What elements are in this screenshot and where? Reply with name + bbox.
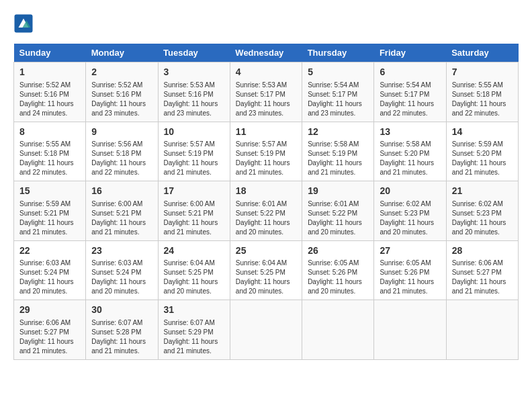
day-cell: 21Sunrise: 6:02 AM Sunset: 5:23 PM Dayli… <box>446 181 518 241</box>
page-header <box>13 13 519 34</box>
day-info: Sunrise: 6:04 AM Sunset: 5:25 PM Dayligh… <box>236 259 296 296</box>
day-number: 26 <box>308 244 368 258</box>
week-row-4: 22Sunrise: 6:03 AM Sunset: 5:24 PM Dayli… <box>14 240 519 300</box>
day-header-monday: Monday <box>86 44 158 62</box>
day-number: 12 <box>308 126 368 139</box>
day-header-thursday: Thursday <box>302 44 374 62</box>
day-info: Sunrise: 6:05 AM Sunset: 5:26 PM Dayligh… <box>308 259 368 296</box>
week-row-5: 29Sunrise: 6:06 AM Sunset: 5:27 PM Dayli… <box>14 300 519 360</box>
day-info: Sunrise: 5:53 AM Sunset: 5:17 PM Dayligh… <box>236 81 296 118</box>
day-cell: 2Sunrise: 5:52 AM Sunset: 5:16 PM Daylig… <box>86 62 158 122</box>
day-info: Sunrise: 6:02 AM Sunset: 5:23 PM Dayligh… <box>380 199 440 237</box>
day-number: 18 <box>236 185 296 198</box>
day-info: Sunrise: 6:01 AM Sunset: 5:22 PM Dayligh… <box>236 199 296 237</box>
day-header-tuesday: Tuesday <box>158 44 230 62</box>
day-number: 23 <box>91 244 152 258</box>
day-cell <box>302 300 374 360</box>
day-cell: 16Sunrise: 6:00 AM Sunset: 5:21 PM Dayli… <box>86 181 158 241</box>
day-cell: 14Sunrise: 5:59 AM Sunset: 5:20 PM Dayli… <box>446 122 518 181</box>
day-cell: 5Sunrise: 5:54 AM Sunset: 5:17 PM Daylig… <box>302 62 374 122</box>
day-info: Sunrise: 6:04 AM Sunset: 5:25 PM Dayligh… <box>164 259 224 296</box>
day-cell: 17Sunrise: 6:00 AM Sunset: 5:21 PM Dayli… <box>158 181 230 241</box>
day-cell: 22Sunrise: 6:03 AM Sunset: 5:24 PM Dayli… <box>14 240 86 300</box>
calendar-table: SundayMondayTuesdayWednesdayThursdayFrid… <box>13 44 519 360</box>
logo <box>13 13 36 34</box>
day-number: 25 <box>236 244 296 258</box>
day-number: 2 <box>91 66 152 79</box>
day-info: Sunrise: 5:56 AM Sunset: 5:18 PM Dayligh… <box>91 140 152 177</box>
day-number: 1 <box>19 66 80 79</box>
header-row: SundayMondayTuesdayWednesdayThursdayFrid… <box>14 44 519 62</box>
day-info: Sunrise: 5:52 AM Sunset: 5:16 PM Dayligh… <box>19 81 80 118</box>
day-cell <box>230 300 302 360</box>
day-info: Sunrise: 5:59 AM Sunset: 5:21 PM Dayligh… <box>19 199 80 237</box>
day-number: 31 <box>164 304 224 317</box>
day-cell: 29Sunrise: 6:06 AM Sunset: 5:27 PM Dayli… <box>14 300 86 360</box>
day-number: 5 <box>308 66 368 79</box>
day-number: 19 <box>308 185 368 198</box>
day-cell: 13Sunrise: 5:58 AM Sunset: 5:20 PM Dayli… <box>374 122 446 181</box>
day-cell: 20Sunrise: 6:02 AM Sunset: 5:23 PM Dayli… <box>374 181 446 241</box>
day-number: 21 <box>452 185 513 198</box>
day-cell: 10Sunrise: 5:57 AM Sunset: 5:19 PM Dayli… <box>158 122 230 181</box>
day-number: 20 <box>380 185 440 198</box>
day-cell: 3Sunrise: 5:53 AM Sunset: 5:16 PM Daylig… <box>158 62 230 122</box>
day-info: Sunrise: 5:57 AM Sunset: 5:19 PM Dayligh… <box>164 140 224 177</box>
day-info: Sunrise: 5:54 AM Sunset: 5:17 PM Dayligh… <box>308 81 368 118</box>
day-info: Sunrise: 6:05 AM Sunset: 5:26 PM Dayligh… <box>380 259 440 296</box>
day-number: 16 <box>91 185 152 198</box>
day-info: Sunrise: 6:02 AM Sunset: 5:23 PM Dayligh… <box>452 199 513 237</box>
day-info: Sunrise: 6:00 AM Sunset: 5:21 PM Dayligh… <box>164 199 224 237</box>
day-cell: 7Sunrise: 5:55 AM Sunset: 5:18 PM Daylig… <box>446 62 518 122</box>
day-number: 17 <box>164 185 224 198</box>
day-info: Sunrise: 6:01 AM Sunset: 5:22 PM Dayligh… <box>308 199 368 237</box>
day-number: 28 <box>452 244 513 258</box>
day-number: 29 <box>19 304 80 317</box>
day-cell: 27Sunrise: 6:05 AM Sunset: 5:26 PM Dayli… <box>374 240 446 300</box>
day-number: 10 <box>164 126 224 139</box>
day-number: 22 <box>19 244 80 258</box>
day-number: 13 <box>380 126 440 139</box>
day-cell: 28Sunrise: 6:06 AM Sunset: 5:27 PM Dayli… <box>446 240 518 300</box>
day-number: 11 <box>236 126 296 139</box>
day-header-saturday: Saturday <box>446 44 518 62</box>
day-cell: 11Sunrise: 5:57 AM Sunset: 5:19 PM Dayli… <box>230 122 302 181</box>
day-info: Sunrise: 5:52 AM Sunset: 5:16 PM Dayligh… <box>91 81 152 118</box>
day-info: Sunrise: 5:57 AM Sunset: 5:19 PM Dayligh… <box>236 140 296 177</box>
day-info: Sunrise: 5:55 AM Sunset: 5:18 PM Dayligh… <box>19 140 80 177</box>
day-cell: 12Sunrise: 5:58 AM Sunset: 5:19 PM Dayli… <box>302 122 374 181</box>
week-row-1: 1Sunrise: 5:52 AM Sunset: 5:16 PM Daylig… <box>14 62 519 122</box>
day-info: Sunrise: 5:58 AM Sunset: 5:20 PM Dayligh… <box>380 140 440 177</box>
day-number: 14 <box>452 126 513 139</box>
day-cell: 25Sunrise: 6:04 AM Sunset: 5:25 PM Dayli… <box>230 240 302 300</box>
day-number: 9 <box>91 126 152 139</box>
day-cell <box>374 300 446 360</box>
week-row-2: 8Sunrise: 5:55 AM Sunset: 5:18 PM Daylig… <box>14 122 519 181</box>
day-cell: 30Sunrise: 6:07 AM Sunset: 5:28 PM Dayli… <box>86 300 158 360</box>
day-info: Sunrise: 6:06 AM Sunset: 5:27 PM Dayligh… <box>19 318 80 356</box>
day-number: 7 <box>452 66 513 79</box>
day-info: Sunrise: 5:58 AM Sunset: 5:19 PM Dayligh… <box>308 140 368 177</box>
day-info: Sunrise: 6:03 AM Sunset: 5:24 PM Dayligh… <box>19 259 80 296</box>
day-number: 8 <box>19 126 80 139</box>
day-number: 24 <box>164 244 224 258</box>
day-cell: 23Sunrise: 6:03 AM Sunset: 5:24 PM Dayli… <box>86 240 158 300</box>
day-info: Sunrise: 6:07 AM Sunset: 5:29 PM Dayligh… <box>164 318 224 356</box>
day-info: Sunrise: 6:03 AM Sunset: 5:24 PM Dayligh… <box>91 259 152 296</box>
day-cell: 4Sunrise: 5:53 AM Sunset: 5:17 PM Daylig… <box>230 62 302 122</box>
day-cell: 31Sunrise: 6:07 AM Sunset: 5:29 PM Dayli… <box>158 300 230 360</box>
day-header-wednesday: Wednesday <box>230 44 302 62</box>
logo-icon <box>13 13 34 34</box>
day-cell: 18Sunrise: 6:01 AM Sunset: 5:22 PM Dayli… <box>230 181 302 241</box>
day-cell <box>446 300 518 360</box>
day-info: Sunrise: 5:54 AM Sunset: 5:17 PM Dayligh… <box>380 81 440 118</box>
day-number: 15 <box>19 185 80 198</box>
day-info: Sunrise: 5:55 AM Sunset: 5:18 PM Dayligh… <box>452 81 513 118</box>
day-cell: 1Sunrise: 5:52 AM Sunset: 5:16 PM Daylig… <box>14 62 86 122</box>
day-number: 3 <box>164 66 224 79</box>
day-cell: 26Sunrise: 6:05 AM Sunset: 5:26 PM Dayli… <box>302 240 374 300</box>
day-cell: 15Sunrise: 5:59 AM Sunset: 5:21 PM Dayli… <box>14 181 86 241</box>
day-cell: 8Sunrise: 5:55 AM Sunset: 5:18 PM Daylig… <box>14 122 86 181</box>
day-cell: 19Sunrise: 6:01 AM Sunset: 5:22 PM Dayli… <box>302 181 374 241</box>
day-info: Sunrise: 5:59 AM Sunset: 5:20 PM Dayligh… <box>452 140 513 177</box>
